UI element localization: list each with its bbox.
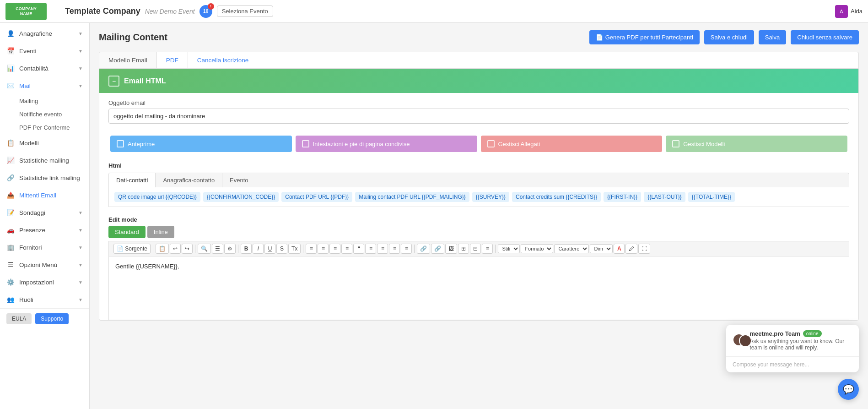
edit-mode-standard-button[interactable]: Standard [108,226,146,238]
toolbar-sorgente[interactable]: 📄 Sorgente [113,244,151,254]
tab-cancella-iscrizione[interactable]: Cancella iscrizione [188,52,258,68]
allegati-button[interactable]: Gestisci Allegati [481,136,663,152]
collapse-icon[interactable]: − [108,76,119,87]
toolbar-table2[interactable]: ⊟ [470,244,481,254]
toolbar-tx[interactable]: Tx [288,244,301,254]
anteprime-button[interactable]: Anteprime [110,136,292,152]
tag-pdf[interactable]: Contact PDF URL {{PDF}} [281,192,352,202]
sidebar-item-anagrafiche[interactable]: 👤 Anagrafiche ▼ [0,25,89,42]
sub-tab-dati-contatti[interactable]: Dati-contatti [109,173,156,187]
toolbar-find[interactable]: 🔍 [198,244,211,254]
salva-chiudi-button[interactable]: Salva e chiudi [704,30,754,44]
chiudi-senza-salvare-button[interactable]: Chiudi senza salvare [791,30,859,44]
toolbar-list1[interactable]: ☰ [212,244,223,254]
allegati-checkbox[interactable] [487,140,495,147]
intestazioni-checkbox[interactable] [302,140,309,147]
sidebar-item-statistiche-link[interactable]: 🔗 Statistiche link mailing [0,169,89,186]
toolbar-bold[interactable]: B [241,244,252,254]
genera-pdf-button[interactable]: 📄 Genera PDF per tutti Partecipanti [589,30,700,44]
tag-qrcode[interactable]: QR code image url {{QRCODE}} [114,192,200,202]
toolbar-unlink[interactable]: 🔗 [431,244,444,254]
eula-button[interactable]: EULA [6,313,32,324]
sidebar-item-opzioni[interactable]: ☰ Opzioni Menù ▼ [0,256,89,273]
chat-fab-button[interactable]: 💬 [838,379,859,400]
tag-credits[interactable]: Contact credits sum {{CREDITS}} [512,192,601,202]
toolbar-maximize[interactable]: ⛶ [638,244,650,254]
sidebar-item-mailing[interactable]: Mailing [0,94,89,108]
toolbar-redo[interactable]: ↪ [182,244,193,254]
toolbar-align-justify[interactable]: ≡ [401,244,412,254]
toolbar-settings[interactable]: ⚙ [224,244,236,254]
salva-button[interactable]: Salva [759,30,787,44]
toolbar-copy[interactable]: 📋 [156,244,169,254]
tag-pdf-mailing[interactable]: Mailing contact PDF URL {{PDF_MAILING}} [355,192,469,202]
toolbar-ol[interactable]: ≡ [318,244,329,254]
tag-survey[interactable]: {{SURVEY}} [472,192,509,202]
toolbar-link[interactable]: 🔗 [417,244,430,254]
anteprime-checkbox[interactable] [117,140,124,147]
sidebar-item-notifiche[interactable]: Notifiche evento [0,108,89,121]
toolbar-indent[interactable]: ≡ [341,244,352,254]
seleziona-evento-button[interactable]: Seleziona Evento [217,5,273,17]
sub-tab-evento[interactable]: Evento [222,173,255,187]
action-buttons-grid: Anteprime Intestazioni e pie di pagina c… [99,130,858,158]
toolbar-table[interactable]: ⊞ [458,244,469,254]
tag-total-time[interactable]: {{TOTAL-TIME}} [688,192,735,202]
event-icon[interactable]: 10 ! [199,5,212,18]
toolbar-align-left[interactable]: ≡ [365,244,376,254]
sidebar-item-presenze[interactable]: 🚗 Presenze ▼ [0,221,89,239]
survey-icon: 📝 [6,208,15,217]
toolbar-ul[interactable]: ≡ [306,244,317,254]
intestazioni-button[interactable]: Intestazioni e pie di pagina condivise [296,136,477,152]
sidebar-item-impostazioni[interactable]: ⚙️ Impostazioni ▼ [0,273,89,291]
sidebar-item-modelli[interactable]: 📋 Modelli [0,134,89,152]
sidebar-item-sondaggi[interactable]: 📝 Sondaggi ▼ [0,204,89,221]
carattere-select[interactable]: Carattere [554,244,589,253]
sidebar-item-mittenti[interactable]: 📤 Mittenti Email [0,186,89,204]
tab-pdf[interactable]: PDF [157,52,188,68]
support-button[interactable]: Supporto [35,313,69,324]
chevron-icon: ▼ [78,49,83,54]
modelli-button[interactable]: Gestisci Modelli [666,136,847,152]
sub-tab-anagrafica-contatto[interactable]: Anagrafica-contatto [156,173,222,187]
editor-wrapper: 📄 Sorgente 📋 ↩ ↪ 🔍 ☰ ⚙ B I U S Tx [99,241,858,320]
mail-icon: ✉️ [6,82,15,90]
oggetto-email-input[interactable] [108,109,849,124]
sidebar-item-ruoli[interactable]: 👥 Ruoli ▼ [0,291,89,308]
chat-compose[interactable]: Compose your message here... [726,356,859,372]
html-label: Html [108,162,849,169]
user-avatar: A [835,5,848,18]
toolbar-outdent[interactable]: ≡ [329,244,340,254]
sidebar-item-eventi[interactable]: 📅 Eventi ▼ [0,42,89,60]
sidebar-item-pdf-conferme[interactable]: PDF Per Conferme [0,121,89,134]
toolbar-undo[interactable]: ↩ [170,244,181,254]
toolbar-image[interactable]: 🖼 [445,244,457,254]
tag-last-out[interactable]: {{LAST-OUT}} [644,192,685,202]
sidebar-item-statistiche-mailing[interactable]: 📈 Statistiche mailing [0,152,89,169]
sidebar-item-mail[interactable]: ✉️ Mail ▼ [0,77,89,94]
toolbar-underline[interactable]: U [264,244,275,254]
toolbar-strike[interactable]: S [276,244,287,254]
edit-mode-inline-button[interactable]: Inline [147,226,174,238]
formato-select[interactable]: Formato [521,244,553,253]
tag-first-in[interactable]: {{FIRST-IN}} [604,192,641,202]
toolbar-blockquote[interactable]: ❝ [353,244,364,254]
toolbar-highlight[interactable]: 🖊 [625,244,637,254]
toolbar-align-right[interactable]: ≡ [389,244,400,254]
sidebar-item-contabilita[interactable]: 📊 Contabilità ▼ [0,60,89,77]
chat-info: meetme.pro Team online Ask us anything y… [750,330,853,351]
sidebar-item-fornitori[interactable]: 🏢 Fornitori ▼ [0,239,89,256]
editor-body[interactable]: Gentile {{USERNAME}}, [108,256,849,320]
styles-select[interactable]: Stili [498,244,520,253]
tab-modello-email[interactable]: Modello Email [99,52,157,68]
stats-icon: 📈 [6,156,15,164]
dim-select[interactable]: Dim [590,244,613,253]
toolbar-align-center[interactable]: ≡ [377,244,388,254]
tag-confirmation-code[interactable]: {{CONFIRMATION_CODE}} [203,192,279,202]
gear-icon: ⚙️ [6,278,15,286]
toolbar-color-a[interactable]: A [614,244,625,254]
toolbar-hr[interactable]: ≡ [482,244,493,254]
toolbar-italic[interactable]: I [253,244,264,254]
modelli-checkbox[interactable] [672,140,679,147]
chevron-icon: ▼ [78,297,83,302]
